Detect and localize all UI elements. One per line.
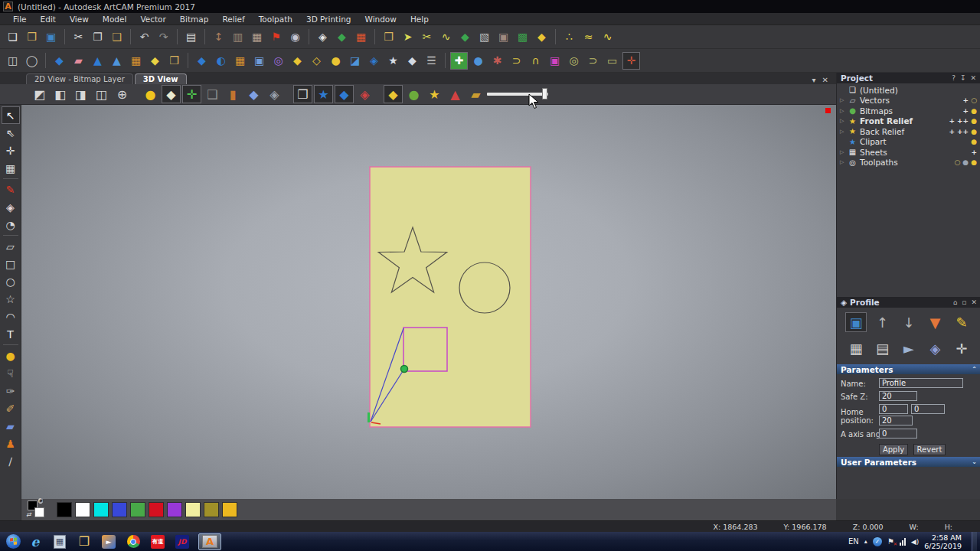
- fold-sheet-icon[interactable]: ◪: [346, 52, 364, 70]
- copy-icon[interactable]: ❐: [89, 28, 106, 46]
- view-cube-front-icon[interactable]: ◩: [30, 85, 49, 103]
- dock-icon[interactable]: ▫: [962, 298, 966, 306]
- red-layers-icon[interactable]: ◈: [355, 85, 374, 103]
- a-axis-field[interactable]: [879, 429, 917, 439]
- slot-closed-icon[interactable]: ▭: [603, 52, 621, 70]
- vector-trim-icon[interactable]: ✂: [418, 28, 436, 46]
- taskbar-chrome-icon[interactable]: [123, 533, 143, 549]
- speaker-icon[interactable]: ◀): [911, 538, 919, 546]
- menu-item[interactable]: 3D Printing: [299, 15, 358, 24]
- visibility-bulb-off-icon[interactable]: ○: [954, 158, 960, 166]
- puzzle-icon[interactable]: ❑: [203, 85, 222, 103]
- layer-stack-icon[interactable]: ☰: [423, 52, 440, 70]
- dot-rows-icon[interactable]: ≈: [580, 28, 597, 46]
- menu-item[interactable]: Bitmap: [173, 15, 216, 24]
- swap-colors-icon[interactable]: ⇄: [26, 511, 31, 518]
- relief-plane-icon[interactable]: ◆: [146, 52, 164, 70]
- flood-fill-icon[interactable]: ◈: [314, 28, 332, 46]
- menu-item[interactable]: View: [63, 15, 96, 24]
- chisel-tool[interactable]: ✐: [2, 399, 20, 417]
- reduce-colors-icon[interactable]: ▦: [352, 28, 370, 46]
- slot-open-icon[interactable]: ⊃: [584, 52, 602, 70]
- tree-item-clipart[interactable]: ★ Clipart ●: [840, 137, 977, 148]
- blob-tool-icon[interactable]: ●: [469, 52, 487, 70]
- plane-stack-icon[interactable]: ◆: [244, 85, 263, 103]
- action-center-flag-icon[interactable]: ⚑✕: [887, 537, 894, 546]
- color-swatches-icon[interactable]: ▦: [248, 28, 266, 46]
- node-dot-icon[interactable]: ●: [327, 52, 345, 70]
- select-tool[interactable]: ↖: [2, 106, 20, 124]
- visibility-bulb-on-icon[interactable]: ●: [971, 138, 977, 145]
- texture-waffle-icon[interactable]: ▦: [231, 52, 249, 70]
- weave-wires-icon[interactable]: ✱: [488, 52, 506, 70]
- expand-arrow-icon[interactable]: ▷: [840, 159, 848, 165]
- add-icon[interactable]: +: [949, 117, 956, 125]
- taskbar-ie-icon[interactable]: e: [25, 533, 45, 549]
- smooth-relief-icon[interactable]: ◆: [51, 52, 68, 70]
- simulate-icon[interactable]: ►: [898, 338, 920, 358]
- safez-field[interactable]: [879, 391, 917, 401]
- add-icon[interactable]: +: [949, 128, 956, 135]
- ellipse-tool[interactable]: ○: [2, 272, 20, 290]
- fg-bg-color-widget[interactable]: ◉ ⇄: [28, 500, 49, 519]
- menu-item[interactable]: Vector: [133, 15, 172, 24]
- zoom-marquee-icon[interactable]: ◫: [4, 52, 21, 70]
- palette-swatch[interactable]: [93, 502, 109, 517]
- cylinder-icon[interactable]: ▮: [224, 85, 243, 103]
- blue-relief-icon[interactable]: ◆: [193, 52, 211, 70]
- menu-item[interactable]: Edit: [34, 15, 63, 24]
- wrap-sheet-icon[interactable]: ◈: [365, 52, 383, 70]
- offset-open-icon[interactable]: ◇: [308, 52, 325, 70]
- home-z-field[interactable]: [879, 416, 913, 425]
- tree-item-toolpaths[interactable]: ▷ ◎ Toolpaths ○●●: [840, 158, 977, 168]
- raise-relief-icon[interactable]: ▣: [250, 52, 268, 70]
- palette-swatch[interactable]: [185, 502, 201, 517]
- redo-icon[interactable]: ↷: [155, 28, 172, 46]
- home-icon[interactable]: ⌂: [953, 298, 958, 306]
- add-multi-icon[interactable]: ++: [957, 128, 969, 135]
- sculpt-peak-icon[interactable]: ▲: [89, 52, 106, 70]
- name-field[interactable]: [879, 378, 963, 388]
- menu-item[interactable]: Model: [96, 15, 134, 24]
- tray-expand-icon[interactable]: ▴: [864, 538, 867, 545]
- viewport-3d[interactable]: [21, 105, 836, 499]
- taskbar-youdao-icon[interactable]: 有道: [148, 533, 168, 549]
- offset-node-icon[interactable]: ◆: [289, 52, 306, 70]
- menu-item[interactable]: Relief: [215, 15, 251, 24]
- node-path-icon[interactable]: ∿: [599, 28, 616, 46]
- paint-erase-tool[interactable]: ◈: [2, 198, 20, 216]
- home-y-field[interactable]: [911, 404, 945, 414]
- visibility-bulb-on-icon[interactable]: ●: [971, 158, 977, 166]
- polyline-tool[interactable]: ▱: [2, 237, 20, 255]
- new-file-icon[interactable]: ❏: [4, 28, 21, 46]
- expand-arrow-icon[interactable]: ▷: [840, 129, 848, 135]
- light-icon[interactable]: ●: [141, 85, 160, 103]
- close-view-icon[interactable]: ✕: [822, 76, 828, 84]
- mirror-relief-icon[interactable]: ▥: [229, 28, 247, 46]
- tree-item-bitmaps[interactable]: ▷ ● Bitmaps +●: [840, 106, 977, 116]
- blue-layers-icon[interactable]: ◆: [335, 85, 354, 103]
- background-color-swatch[interactable]: [34, 507, 44, 517]
- airbrush-tool[interactable]: ✑: [2, 382, 20, 399]
- material-block[interactable]: [370, 167, 531, 427]
- palette-swatch[interactable]: [222, 502, 237, 517]
- pin-icon[interactable]: ↧: [960, 74, 966, 82]
- paste-icon[interactable]: ❑: [108, 28, 126, 46]
- add-multi-icon[interactable]: ++: [957, 117, 969, 125]
- expand-chevron-icon[interactable]: ⌄: [972, 458, 977, 465]
- menu-item[interactable]: Window: [358, 15, 403, 24]
- taskbar-jd-icon[interactable]: JD: [172, 533, 192, 549]
- target-rings-icon[interactable]: ◎: [270, 52, 287, 70]
- smudge-tool[interactable]: ☟: [2, 364, 20, 382]
- help-icon[interactable]: ?: [952, 74, 956, 82]
- slider-handle[interactable]: [542, 88, 547, 99]
- engrave-icon[interactable]: ▧: [475, 28, 493, 46]
- set-model-size-icon[interactable]: ↕: [210, 28, 227, 46]
- yellow-relief-icon[interactable]: ◆: [533, 28, 550, 46]
- palette-swatch[interactable]: [204, 502, 219, 517]
- tree-item-sheets[interactable]: ▷ ▦ Sheets +: [840, 147, 977, 158]
- menu-item[interactable]: Toolpath: [252, 15, 299, 24]
- calculator-icon[interactable]: ▦: [845, 338, 867, 358]
- parameters-header[interactable]: Parameters ⌃: [837, 364, 980, 374]
- collapse-panel-icon[interactable]: ▾: [812, 76, 816, 84]
